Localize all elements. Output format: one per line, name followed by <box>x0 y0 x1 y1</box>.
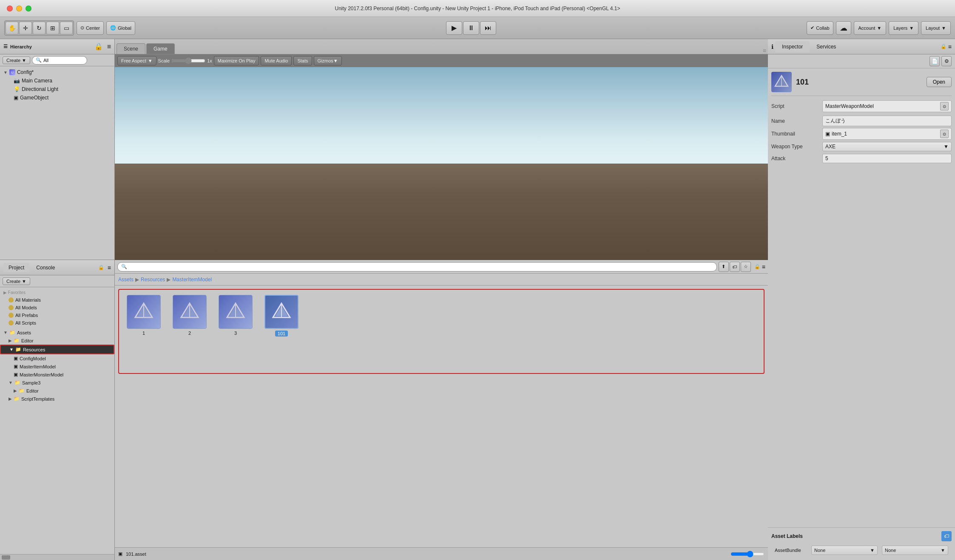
open-button[interactable]: Open <box>927 77 952 87</box>
rotate-tool[interactable]: ↻ <box>33 22 45 34</box>
tree-item-all-scripts[interactable]: All Scripts <box>0 319 114 327</box>
attack-row: Attack 5 <box>771 153 952 164</box>
assetbundle-select2[interactable]: None ▼ <box>882 546 948 555</box>
asset-action-btn3[interactable]: ☆ <box>741 262 751 272</box>
center-button[interactable]: ⊙ Center <box>77 21 104 35</box>
account-dropdown[interactable]: Account ▼ <box>854 21 887 35</box>
tree-item-editor[interactable]: ▶ 📁 Editor <box>0 337 114 345</box>
hierarchy-item[interactable]: ▣ GameObject <box>0 93 114 102</box>
tree-item-scripttemplates[interactable]: ▶ 📁 ScriptTemplates <box>0 395 114 403</box>
play-controls: ▶ ⏸ ⏭ <box>446 21 496 35</box>
hierarchy-item[interactable]: 📷 Main Camera <box>0 76 114 85</box>
asset-item[interactable]: 2 <box>168 293 211 338</box>
step-button[interactable]: ⏭ <box>480 21 496 35</box>
tree-item-resources[interactable]: ▼ 📁 Resources <box>0 345 114 354</box>
tab-inspector[interactable]: Inspector <box>775 41 810 52</box>
rect-tool[interactable]: ▭ <box>60 22 73 34</box>
tab-scene[interactable]: Scene <box>117 43 145 54</box>
attack-field-value[interactable]: 5 <box>822 154 952 163</box>
close-button[interactable] <box>7 6 13 11</box>
asset-labels-title: Asset Labels <box>771 533 803 539</box>
project-create-button[interactable]: Create ▼ <box>3 277 30 285</box>
collab-button[interactable]: ✔ Collab <box>807 21 833 35</box>
asset-item[interactable]: 3 <box>214 293 257 338</box>
lock-icon[interactable]: 🔒 <box>94 42 103 51</box>
asset-action-btn2[interactable]: 🏷 <box>730 262 740 272</box>
stats-button[interactable]: Stats <box>293 56 312 65</box>
tree-item-all-models[interactable]: All Models <box>0 304 114 311</box>
unity-logo-svg <box>133 301 154 322</box>
cloud-button[interactable]: ☁ <box>836 21 851 35</box>
minimize-button[interactable] <box>16 6 22 11</box>
asset-grid: 1 2 <box>122 293 760 338</box>
console-tab-label: Console <box>36 265 55 271</box>
tree-item-configmodel[interactable]: ▣ ConfigModel <box>0 354 114 362</box>
weapon-type-select[interactable]: AXE ▼ <box>822 142 952 151</box>
asset-item-selected[interactable]: 101 <box>260 293 303 338</box>
thumbnail-select-btn[interactable]: ⊙ <box>940 130 949 138</box>
pause-button[interactable]: ⏸ <box>463 21 479 35</box>
breadcrumb-resources[interactable]: Resources <box>141 277 165 283</box>
mute-audio-button[interactable]: Mute Audio <box>261 56 292 65</box>
asset-icon <box>771 72 792 92</box>
hand-tool[interactable]: ✋ <box>6 22 18 34</box>
move-tool[interactable]: ✛ <box>19 22 32 34</box>
inspector-gear-btn[interactable]: ⚙ <box>941 56 952 66</box>
asset-labels-btn[interactable]: 🏷 <box>941 531 952 541</box>
maximize-button[interactable] <box>26 6 31 11</box>
tree-item-masteritemmodel[interactable]: ▣ MasterItemModel <box>0 362 114 371</box>
asset-breadcrumb: Assets ▶ Resources ▶ MasterItemModel <box>115 274 768 286</box>
gizmos-label: Gizmos <box>318 58 333 63</box>
hierarchy-item[interactable]: 💡 Directional Light <box>0 85 114 93</box>
tab-console[interactable]: Console <box>31 263 60 272</box>
game-viewport <box>115 67 768 260</box>
scale-tool[interactable]: ⊞ <box>46 22 59 34</box>
services-tab-label: Services <box>816 44 836 50</box>
breadcrumb-masteritemmodel[interactable]: MasterItemModel <box>172 277 212 283</box>
assetbundle-select1[interactable]: None ▼ <box>811 546 878 555</box>
layers-dropdown[interactable]: Layers ▼ <box>889 21 918 35</box>
hierarchy-menu-icon[interactable]: ≡ <box>107 43 111 51</box>
tab-game[interactable]: Game <box>146 43 175 54</box>
global-button[interactable]: 🌐 Global <box>106 21 135 35</box>
project-menu-icon[interactable]: ≡ <box>108 264 111 271</box>
breadcrumb-assets[interactable]: Assets <box>118 277 134 283</box>
create-button[interactable]: Create ▼ <box>3 57 30 64</box>
inspector-info-icon: ℹ <box>771 43 773 50</box>
hierarchy-search[interactable]: 🔍 All <box>32 56 87 65</box>
asset-browser-menu[interactable]: ≡ <box>762 263 765 270</box>
asset-item[interactable]: 1 <box>122 293 165 338</box>
asset-action-btn1[interactable]: ⬆ <box>719 262 729 272</box>
asset-thumbnail <box>127 295 161 329</box>
layout-dropdown[interactable]: Layout ▼ <box>921 21 951 35</box>
tab-services[interactable]: Services <box>810 41 843 52</box>
tree-item-sample3[interactable]: ▼ 📁 Sample3 <box>0 379 114 387</box>
asset-size-slider[interactable] <box>730 551 765 557</box>
tree-item-all-materials[interactable]: All Materials <box>0 296 114 304</box>
inspector-lock-icon[interactable]: 🔒 <box>941 44 946 49</box>
play-button[interactable]: ▶ <box>446 21 462 35</box>
name-field-value[interactable]: こんぼう <box>822 116 952 126</box>
asset-search-input[interactable]: 🔍 <box>117 262 717 272</box>
project-scroll-up[interactable] <box>2 555 10 560</box>
asset-browser-lock[interactable]: 🔒 <box>754 264 760 269</box>
hierarchy-root-item[interactable]: ▼ U Config* <box>0 68 114 76</box>
viewport-menu[interactable]: ≡ <box>763 47 766 54</box>
hierarchy-title: Hierarchy <box>10 44 32 49</box>
maximize-on-play-button[interactable]: Maximize On Play <box>214 56 259 65</box>
tree-item-assets[interactable]: ▼ 📁 Assets <box>0 328 114 337</box>
tree-item-editor2[interactable]: ▶ 📁 Editor <box>0 387 114 395</box>
gizmos-button[interactable]: Gizmos ▼ <box>314 56 342 65</box>
inspector-menu-icon[interactable]: ≡ <box>948 43 952 50</box>
main-toolbar: ✋ ✛ ↻ ⊞ ▭ ⊙ Center 🌐 Global ▶ ⏸ ⏭ ✔ Coll… <box>0 17 955 39</box>
asset-thumbnail <box>264 295 298 329</box>
project-lock-icon[interactable]: 🔒 <box>98 265 104 270</box>
aspect-dropdown[interactable]: Free Aspect ▼ <box>117 56 156 65</box>
tab-project[interactable]: Project <box>3 263 29 272</box>
inspector-page-btn[interactable]: 📄 <box>929 56 940 66</box>
project-tab-label: Project <box>9 265 24 271</box>
tree-item-all-prefabs[interactable]: All Prefabs <box>0 311 114 319</box>
script-select-btn[interactable]: ⊙ <box>940 102 949 110</box>
tree-item-mastermonstermodel[interactable]: ▣ MasterMonsterModel <box>0 371 114 379</box>
scale-slider[interactable] <box>171 57 205 64</box>
